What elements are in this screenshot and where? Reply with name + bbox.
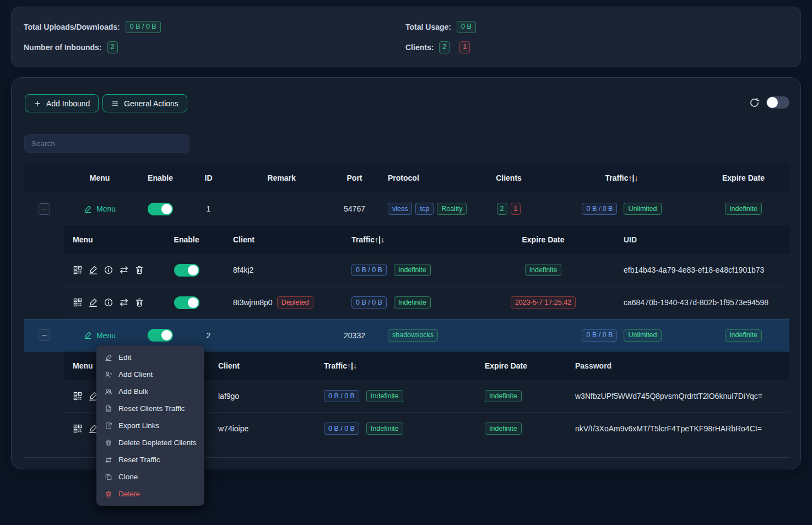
client-traffic-value: 0 B / 0 B — [324, 423, 359, 435]
number-of-inbounds-label: Number of Inbounds: — [24, 43, 102, 52]
stats-panel: Total Uploads/Downloads: 0 B / 0 B Total… — [11, 7, 801, 67]
qr-code-icon[interactable] — [73, 424, 83, 434]
export-icon — [105, 422, 112, 430]
inbounds-table-header: Menu Enable ID Remark Port Protocol Clie… — [24, 163, 789, 193]
c1-header-traffic: Traffic↑|↓ — [348, 235, 472, 244]
collapse-inbound-1-button[interactable] — [39, 203, 50, 215]
header-menu: Menu — [64, 174, 136, 182]
menu-item-delete[interactable]: Delete — [96, 485, 204, 502]
edit-icon — [84, 205, 92, 213]
clients-depleted-count: 1 — [459, 41, 470, 53]
c2-header-expire: Expire Date — [474, 361, 565, 370]
client-expire: Indefinite — [485, 390, 522, 402]
general-actions-label: General Actions — [124, 99, 178, 108]
inbound-1-clients-depleted: 1 — [511, 203, 521, 215]
client-traffic-limit: Indefinite — [394, 296, 431, 308]
menu-item-add-bulk[interactable]: Add Bulk — [96, 383, 204, 400]
inbound-2-port: 20332 — [331, 331, 378, 340]
client-expire: Indefinite — [485, 423, 522, 435]
client-name: 8t3wjnn8p0 — [233, 298, 273, 307]
search-input[interactable] — [24, 134, 190, 153]
header-traffic-sort[interactable]: Traffic↑|↓ — [546, 174, 697, 182]
c2-header-client: Client — [202, 361, 315, 370]
inbound-1-expire: Indefinite — [725, 203, 762, 215]
inbound-2-enable-toggle[interactable] — [148, 329, 173, 342]
header-clients: Clients — [472, 174, 546, 182]
client-name: 8f4kj2 — [233, 266, 253, 274]
client-traffic-value: 0 B / 0 B — [351, 264, 387, 276]
protocol-tag-reality: Reality — [437, 203, 467, 215]
reset-traffic-icon[interactable] — [119, 265, 129, 275]
inbound-1-protocols: vless tcp Reality — [378, 203, 472, 215]
qr-code-icon[interactable] — [73, 297, 83, 307]
refresh-icon[interactable] — [749, 98, 760, 108]
inbound-2-traffic-value: 0 B / 0 B — [582, 329, 617, 342]
menu-item-reset-clients-traffic[interactable]: Reset Clients Traffic — [96, 400, 204, 417]
client-8f4kj2-enable-toggle[interactable] — [174, 264, 199, 277]
auto-refresh-toggle[interactable] — [766, 96, 789, 109]
minus-icon — [41, 332, 47, 338]
trash-icon[interactable] — [134, 265, 144, 275]
inbound-1-remark — [232, 209, 331, 209]
inbound-2-id: 2 — [185, 331, 232, 340]
client-traffic-value: 0 B / 0 B — [324, 390, 359, 402]
inbound-2-expire: Indefinite — [725, 329, 762, 342]
user-add-icon — [105, 371, 112, 378]
inbound-2-menu-button[interactable]: Menu — [84, 331, 116, 340]
header-expire-date: Expire Date — [697, 174, 789, 182]
inbound-1-traffic: 0 B / 0 B Unlimited — [546, 203, 697, 215]
inbound-1-menu-button[interactable]: Menu — [84, 204, 116, 213]
menu-item-reset-traffic[interactable]: Reset Traffic — [96, 451, 204, 468]
client-uid: efb14b43-4a79-4e83-ef18-e48cf1901b73 — [615, 266, 789, 274]
client-name: laf9go — [218, 392, 239, 400]
qr-code-icon[interactable] — [73, 265, 83, 275]
general-actions-button[interactable]: General Actions — [102, 94, 187, 112]
edit-icon[interactable] — [88, 297, 98, 307]
menu-item-clone[interactable]: Clone — [96, 468, 204, 485]
edit-icon — [105, 354, 112, 361]
total-uploads-downloads-value: 0 B / 0 B — [126, 21, 161, 33]
client-expire: Indefinite — [525, 264, 562, 276]
client-8t3wjnn8p0-enable-toggle[interactable] — [174, 296, 199, 309]
reset-traffic-icon[interactable] — [119, 297, 129, 307]
protocol-tag-vless: vless — [388, 203, 412, 215]
protocol-tag-shadowsocks: shadowsocks — [388, 329, 438, 342]
collapse-inbound-2-button[interactable] — [39, 329, 50, 341]
c2-header-password: Password — [565, 361, 789, 370]
users-icon — [105, 388, 112, 396]
inbound-context-menu: Edit Add Client Add Bulk Reset Clients T… — [96, 345, 204, 506]
edit-icon — [84, 331, 92, 339]
depleted-badge: Depleted — [277, 296, 313, 308]
protocol-tag-tcp: tcp — [415, 203, 434, 215]
inbound-2-protocols: shadowsocks — [378, 329, 472, 342]
header-protocol: Protocol — [378, 174, 472, 182]
inbound-2-traffic-limit: Unlimited — [624, 329, 661, 342]
qr-code-icon[interactable] — [73, 391, 83, 401]
client-uid: ca68470b-1940-437d-802b-1f9573e94598 — [615, 298, 789, 307]
menu-item-add-client[interactable]: Add Client — [96, 366, 204, 383]
inbound-1-port: 54767 — [331, 204, 378, 213]
client-name: w74ioipe — [218, 424, 248, 433]
info-icon[interactable] — [104, 297, 113, 307]
header-expand — [24, 178, 64, 178]
inbound-1-clients-table: Menu Enable Client Traffic↑|↓ Expire Dat… — [64, 225, 789, 319]
number-of-inbounds-value: 2 — [107, 41, 118, 53]
trash-icon — [105, 490, 112, 498]
c2-header-traffic: Traffic↑|↓ — [315, 361, 474, 370]
clients-table-1-header: Menu Enable Client Traffic↑|↓ Expire Dat… — [64, 225, 789, 254]
edit-icon[interactable] — [88, 265, 98, 275]
trash-icon[interactable] — [134, 297, 144, 307]
info-icon[interactable] — [104, 265, 113, 275]
copy-icon — [105, 473, 112, 481]
c1-header-enable: Enable — [158, 235, 215, 244]
add-inbound-button[interactable]: Add Inbound — [25, 94, 99, 112]
inbound-1-menu-label: Menu — [96, 204, 116, 213]
menu-item-edit[interactable]: Edit — [96, 349, 204, 366]
inbound-1-clients: 2 1 — [472, 203, 546, 215]
menu-item-export-links[interactable]: Export Links — [96, 417, 204, 434]
menu-item-delete-depleted-clients[interactable]: Delete Depleted Clients — [96, 434, 204, 451]
client-expire: 2023-5-7 17:25:42 — [511, 296, 576, 308]
client-traffic-value: 0 B / 0 B — [351, 296, 387, 308]
list-icon — [111, 100, 119, 107]
inbound-1-enable-toggle[interactable] — [148, 203, 173, 215]
